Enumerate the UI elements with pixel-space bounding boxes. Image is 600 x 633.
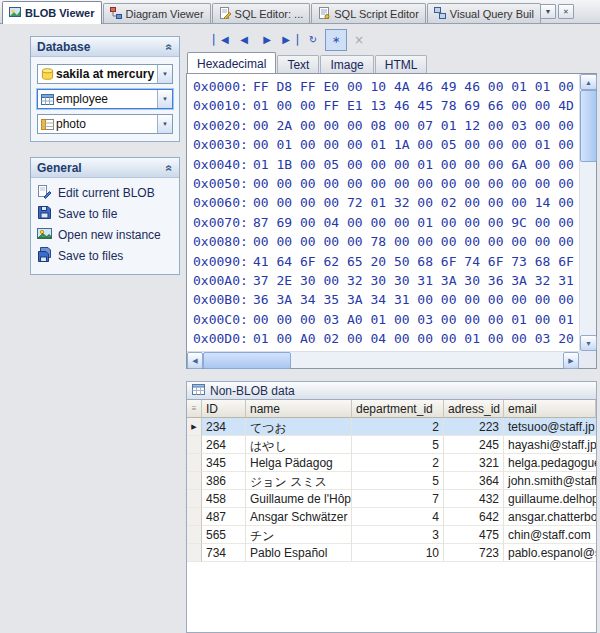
cell-id[interactable]: 386 (202, 472, 246, 490)
scroll-up-button[interactable]: ▲ (580, 74, 597, 90)
cell-name[interactable]: Ansgar Schwätzer (246, 508, 352, 526)
cell-id[interactable]: 565 (202, 526, 246, 544)
tab-blob-viewer[interactable]: BLOB Viewer (2, 1, 102, 24)
column-header-id[interactable]: ID (202, 400, 246, 418)
table-row[interactable]: 264 はやし 5 245 hayashi@staff.jp (187, 436, 596, 454)
cell-department-id[interactable]: 5 (352, 472, 444, 490)
scroll-right-button[interactable]: ▶ (563, 352, 579, 369)
table-row[interactable]: 345 Helga Pädagog 2 321 helga.pedagogue@… (187, 454, 596, 472)
table-row[interactable]: 458 Guillaume de l'Hôpital 7 432 guillau… (187, 490, 596, 508)
table-combo[interactable]: employee ▼ (37, 89, 173, 109)
column-header-name[interactable]: name (246, 400, 352, 418)
table-row[interactable]: 487 Ansgar Schwätzer 4 642 ansgar.chatte… (187, 508, 596, 526)
cell-adress-id[interactable]: 432 (444, 490, 504, 508)
vertical-scroll-track[interactable] (580, 90, 596, 335)
cell-email[interactable]: ansgar.chatterbox@staff.de (504, 508, 596, 526)
horizontal-scroll-track[interactable] (203, 352, 563, 368)
cell-adress-id[interactable]: 475 (444, 526, 504, 544)
prior-record-button[interactable]: ◀ (233, 29, 255, 51)
next-record-button[interactable]: ▶ (256, 29, 278, 51)
tab-hexadecimal[interactable]: Hexadecimal (187, 52, 276, 73)
database-section-header[interactable]: Database « (31, 37, 179, 57)
cell-name[interactable]: Pablo Español (246, 544, 352, 562)
tab-close-button[interactable]: ✕ (558, 4, 574, 19)
refresh-button[interactable]: ↻ (302, 29, 324, 51)
database-section-body: sakila at mercury ▼ employee ▼ photo ▼ (31, 57, 179, 141)
cell-id[interactable]: 458 (202, 490, 246, 508)
dropdown-button[interactable]: ▼ (157, 65, 172, 83)
vertical-scrollbar[interactable]: ▲ ▼ (579, 74, 596, 351)
tab-image[interactable]: Image (320, 55, 373, 73)
table-row[interactable]: 734 Pablo Español 10 723 pablo.espanol@s… (187, 544, 596, 562)
cell-department-id[interactable]: 5 (352, 436, 444, 454)
tab-sql-script-editor[interactable]: SQL Script Editor (311, 3, 426, 23)
column-header-email[interactable]: email (504, 400, 596, 418)
table-row[interactable]: 565 チン 3 475 chin@staff.com (187, 526, 596, 544)
cell-adress-id[interactable]: 723 (444, 544, 504, 562)
tab-sql-editor[interactable]: SQL Editor: ... (212, 3, 311, 23)
horizontal-scrollbar[interactable]: ◀ ▶ (187, 351, 579, 368)
cell-id[interactable]: 345 (202, 454, 246, 472)
tab-visual-query-builder[interactable]: Visual Query Buil (427, 3, 541, 23)
cell-email[interactable]: helga.pedagogue@staff.de (504, 454, 596, 472)
save-to-files-item[interactable]: Save to files (37, 245, 177, 266)
hex-content[interactable]: 0x0000:FF D8 FF E0 00 10 4A 46 49 46 00 … (187, 74, 579, 351)
database-combo[interactable]: sakila at mercury ▼ (37, 64, 173, 84)
cell-department-id[interactable]: 2 (352, 454, 444, 472)
record-button-icon: ∗ (332, 35, 340, 45)
last-record-button[interactable]: ▶▕ (279, 29, 301, 51)
vertical-scroll-thumb[interactable] (580, 90, 597, 162)
collapse-chevron-icon[interactable]: « (163, 43, 177, 50)
cell-email[interactable]: hayashi@staff.jp (504, 436, 596, 454)
scroll-down-button[interactable]: ▼ (580, 335, 597, 351)
collapse-chevron-icon[interactable]: « (163, 164, 177, 171)
general-section-header[interactable]: General « (31, 158, 179, 178)
cell-adress-id[interactable]: 245 (444, 436, 504, 454)
cell-email[interactable]: chin@staff.com (504, 526, 596, 544)
cell-adress-id[interactable]: 321 (444, 454, 504, 472)
cell-department-id[interactable]: 4 (352, 508, 444, 526)
cell-adress-id[interactable]: 642 (444, 508, 504, 526)
cell-id[interactable]: 234 (202, 418, 246, 436)
scroll-left-button[interactable]: ◀ (187, 352, 203, 369)
tab-list-button[interactable]: ▼ (540, 4, 556, 19)
open-new-instance-item[interactable]: Open new instance (37, 224, 177, 245)
table-row[interactable]: 386 ジョン スミス 5 364 john.smith@staff.com (187, 472, 596, 490)
insert-record-button[interactable]: ∗ (325, 29, 347, 51)
tab-diagram-viewer[interactable]: Diagram Viewer (103, 3, 211, 23)
cell-name[interactable]: ジョン スミス (246, 472, 352, 490)
cell-name[interactable]: チン (246, 526, 352, 544)
cell-email[interactable]: guillaume.delhopital@staff.fr (504, 490, 596, 508)
save-to-file-item[interactable]: Save to file (37, 203, 177, 224)
edit-current-blob-item[interactable]: Edit current BLOB (37, 182, 177, 203)
cell-email[interactable]: john.smith@staff.com (504, 472, 596, 490)
non-blob-data-header[interactable]: Non-BLOB data (186, 381, 597, 400)
cell-name[interactable]: Helga Pädagog (246, 454, 352, 472)
first-record-button[interactable]: ▏◀ (210, 29, 232, 51)
cell-id[interactable]: 734 (202, 544, 246, 562)
grid-gutter-header[interactable]: ≡ (187, 400, 202, 418)
tab-html[interactable]: HTML (375, 55, 428, 73)
tab-text[interactable]: Text (277, 55, 319, 73)
column-header-department-id[interactable]: department_id (352, 400, 444, 418)
cell-department-id[interactable]: 3 (352, 526, 444, 544)
column-header-adress-id[interactable]: adress_id (444, 400, 504, 418)
cell-name[interactable]: てつお (246, 418, 352, 436)
cell-adress-id[interactable]: 364 (444, 472, 504, 490)
cell-name[interactable]: はやし (246, 436, 352, 454)
dropdown-button[interactable]: ▼ (157, 115, 172, 133)
cell-id[interactable]: 487 (202, 508, 246, 526)
cell-id[interactable]: 264 (202, 436, 246, 454)
cell-email[interactable]: tetsuoo@staff.jp (504, 418, 596, 436)
delete-record-button[interactable]: × (348, 29, 370, 51)
cell-department-id[interactable]: 2 (352, 418, 444, 436)
cell-adress-id[interactable]: 223 (444, 418, 504, 436)
cell-department-id[interactable]: 7 (352, 490, 444, 508)
cell-email[interactable]: pablo.espanol@staff.es (504, 544, 596, 562)
cell-name[interactable]: Guillaume de l'Hôpital (246, 490, 352, 508)
cell-department-id[interactable]: 10 (352, 544, 444, 562)
horizontal-scroll-thumb[interactable] (203, 352, 291, 369)
field-combo[interactable]: photo ▼ (37, 114, 173, 134)
table-row[interactable]: ▶ 234 てつお 2 223 tetsuoo@staff.jp (187, 418, 596, 436)
dropdown-button[interactable]: ▼ (157, 90, 172, 108)
